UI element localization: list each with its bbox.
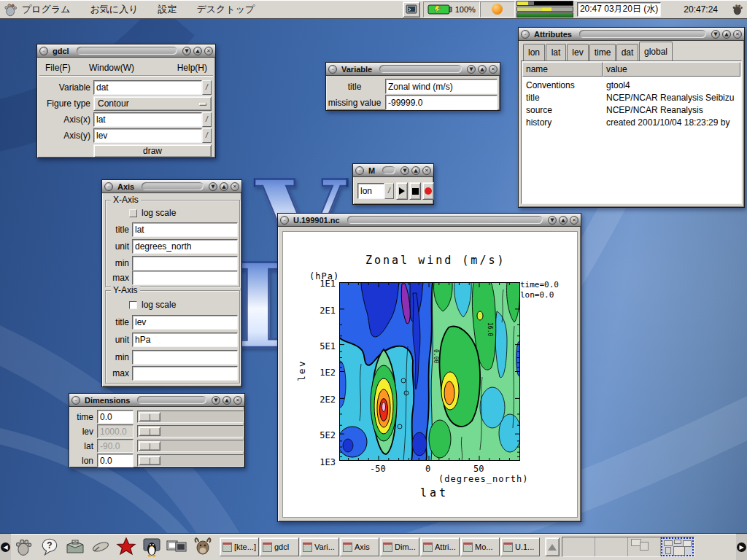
terminal-penguin-launcher-icon[interactable]: [139, 534, 164, 559]
desktop[interactable]: V L – gdcl ▼ ▲ ✕ File(F) Window(W) Help(…: [0, 19, 747, 533]
panel-hide-left-button[interactable]: ◀: [0, 534, 11, 560]
gdcl-menu-file[interactable]: File(F): [45, 63, 71, 73]
close-button[interactable]: ✕: [489, 65, 498, 74]
axis-x-dropdown-button[interactable]: /: [202, 112, 212, 127]
maximize-button[interactable]: ▲: [559, 216, 568, 225]
x-unit-input[interactable]: [132, 239, 238, 254]
tab-global[interactable]: global: [639, 42, 673, 61]
tab-lev[interactable]: lev: [567, 44, 589, 61]
window-menu-button[interactable]: –: [355, 166, 364, 175]
window-menu-button[interactable]: –: [104, 182, 113, 191]
close-button[interactable]: ✕: [204, 47, 213, 55]
figure-type-option-menu[interactable]: Contour: [93, 96, 212, 111]
menu-programs[interactable]: プログラム: [22, 3, 71, 16]
maximize-button[interactable]: ▲: [478, 65, 487, 74]
column-header-name[interactable]: name: [522, 62, 603, 77]
variable-dropdown-button[interactable]: /: [202, 80, 212, 95]
attr-row-name[interactable]: title: [526, 93, 540, 103]
attr-row-value[interactable]: created 2001/10/04 18:23:29 by: [606, 117, 729, 128]
close-button[interactable]: ✕: [422, 166, 431, 175]
x-log-scale-checkbox[interactable]: [129, 209, 137, 217]
gnome-main-menu-icon[interactable]: [11, 534, 36, 559]
minimize-button[interactable]: ▼: [212, 396, 220, 405]
attr-row-value[interactable]: gtool4: [606, 80, 630, 90]
minimize-button[interactable]: ▼: [711, 30, 720, 39]
axis-y-input[interactable]: [93, 128, 202, 143]
tab-dat[interactable]: dat: [616, 44, 638, 61]
dimension-select-input[interactable]: [357, 183, 384, 199]
taskbar-button-variable[interactable]: Vari...: [300, 537, 339, 556]
battery-applet[interactable]: 100%: [423, 1, 480, 18]
maximize-button[interactable]: ▲: [193, 47, 202, 55]
pager-desktop-3[interactable]: [628, 537, 661, 556]
maximize-button[interactable]: ▲: [220, 182, 228, 191]
plot-titlebar[interactable]: – U.199901.nc ▼ ▲ ✕: [278, 214, 581, 227]
minimize-button[interactable]: ▼: [209, 182, 217, 191]
mozilla-star-launcher-icon[interactable]: [113, 534, 139, 559]
attr-row-name[interactable]: Conventions: [526, 80, 575, 90]
minimize-button[interactable]: ▼: [182, 47, 191, 55]
dim-time-slider[interactable]: [137, 411, 244, 423]
stop-button[interactable]: [409, 182, 421, 200]
minimize-button[interactable]: ▼: [467, 65, 476, 74]
gnu-launcher-icon[interactable]: [190, 534, 215, 559]
notes-launcher-icon[interactable]: [88, 534, 113, 559]
terminal-launcher-icon[interactable]: [403, 1, 420, 18]
attr-row-value[interactable]: NCEP/NCAR Reanalysis: [606, 105, 703, 115]
window-menu-button[interactable]: –: [328, 65, 337, 74]
axis-x-input[interactable]: [93, 112, 202, 127]
close-button[interactable]: ✕: [570, 216, 578, 225]
panel-hide-right-button[interactable]: ▶: [736, 534, 747, 560]
pager-desktop-4-active[interactable]: [661, 537, 694, 556]
y-title-input[interactable]: [132, 315, 238, 330]
dim-lon-input[interactable]: [97, 454, 133, 467]
missing-value-input[interactable]: [385, 95, 498, 110]
column-header-value[interactable]: value: [603, 62, 740, 77]
x-title-input[interactable]: [132, 222, 238, 237]
axis-y-dropdown-button[interactable]: /: [202, 128, 212, 143]
window-menu-button[interactable]: –: [280, 216, 289, 225]
menu-settings[interactable]: 設定: [158, 3, 177, 16]
taskbar-button-axis[interactable]: Axis: [340, 537, 379, 556]
tab-time[interactable]: time: [589, 44, 616, 61]
m-titlebar[interactable]: – M ▼ ▲ ✕: [353, 164, 433, 177]
dim-lat-slider[interactable]: [137, 440, 244, 452]
taskbar-button-m[interactable]: Mo...: [460, 537, 500, 556]
dimension-dropdown-button[interactable]: /: [384, 183, 394, 199]
x-min-input[interactable]: [132, 256, 238, 271]
attr-row-name[interactable]: source: [526, 105, 552, 115]
y-max-input[interactable]: [132, 366, 238, 381]
taskbar-button-plot[interactable]: U.1...: [500, 537, 540, 556]
attr-row-value[interactable]: NCEP/NCAR Reanalysis Seibizu: [606, 93, 734, 103]
taskbar-button-gdcl[interactable]: gdcl: [260, 537, 299, 556]
tab-lat[interactable]: lat: [546, 44, 566, 61]
attr-row-name[interactable]: history: [526, 117, 551, 128]
taskbar-button-kterm[interactable]: [kte...]: [220, 537, 259, 556]
y-unit-input[interactable]: [132, 332, 238, 347]
toolbox-launcher-icon[interactable]: [62, 534, 88, 559]
pager-desktop-1[interactable]: [562, 537, 595, 556]
maximize-button[interactable]: ▲: [411, 166, 420, 175]
minimize-button[interactable]: ▼: [548, 216, 557, 225]
dim-lev-slider[interactable]: [137, 425, 244, 438]
clock-date-applet[interactable]: 20:47 03月20日 (水): [577, 2, 661, 17]
menu-favorites[interactable]: お気に入り: [90, 3, 139, 16]
variable-input[interactable]: [93, 80, 202, 95]
maximize-button[interactable]: ▲: [722, 30, 731, 39]
play-button[interactable]: [396, 182, 408, 200]
window-menu-button[interactable]: –: [521, 30, 530, 39]
display-launcher-icon[interactable]: [164, 534, 190, 559]
close-button[interactable]: ✕: [233, 396, 242, 405]
tab-lon[interactable]: lon: [523, 44, 545, 61]
close-button[interactable]: ✕: [231, 182, 239, 191]
help-launcher-icon[interactable]: ?: [36, 534, 62, 559]
dim-time-input[interactable]: [97, 410, 133, 424]
system-monitor-applet[interactable]: [516, 1, 573, 18]
pager-shade-button[interactable]: [545, 537, 560, 556]
pager-desktop-2[interactable]: [595, 537, 628, 556]
variable-titlebar[interactable]: – Variable ▼ ▲ ✕: [326, 63, 500, 76]
draw-button[interactable]: draw: [93, 144, 212, 158]
dimensions-titlebar[interactable]: – Dimensions ▼ ▲ ✕: [69, 394, 244, 407]
menu-desktop[interactable]: デスクトップ: [196, 3, 255, 16]
gdcl-titlebar[interactable]: – gdcl ▼ ▲ ✕: [37, 44, 215, 58]
